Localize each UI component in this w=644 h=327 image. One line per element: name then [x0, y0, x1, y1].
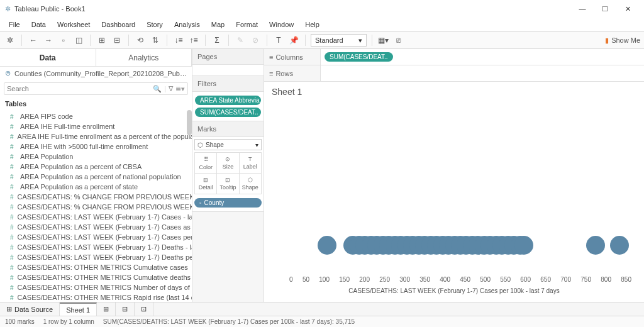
measure-icon: # — [10, 204, 14, 211]
clear-icon[interactable]: ⟲ — [134, 34, 147, 47]
filter-pill-sum[interactable]: SUM(CASES/DEAT.. — [195, 108, 261, 117]
measure-icon: # — [10, 133, 14, 140]
field-item[interactable]: #CASES/DEATHS: % CHANGE FROM PREVIOUS WE… — [0, 192, 192, 202]
marks-detail[interactable]: ⊟Detail — [195, 174, 216, 194]
field-item[interactable]: #CASES/DEATHS: LAST WEEK (February 1-7) … — [0, 212, 192, 222]
rows-icon: ≡ — [269, 70, 273, 77]
measure-icon: # — [10, 234, 14, 241]
measure-icon: # — [10, 194, 14, 201]
close-button[interactable]: ✕ — [616, 0, 639, 18]
save-icon[interactable]: ▫ — [57, 34, 70, 47]
field-item[interactable]: #CASES/DEATHS: % CHANGE FROM PREVIOUS WE… — [0, 202, 192, 212]
field-item[interactable]: #AREA Population as a percent of CBSA — [0, 162, 192, 172]
marks-pill-county[interactable]: ◦County — [194, 198, 262, 208]
menu-analysis[interactable]: Analysis — [169, 19, 205, 30]
columns-shelf[interactable]: SUM(CASES/DEAT.. — [321, 51, 644, 63]
field-item[interactable]: #CASES/DEATHS: OTHER METRICS Number of d… — [0, 282, 192, 292]
tab-data[interactable]: Data — [0, 49, 96, 66]
marks-color[interactable]: ⠿Color — [195, 153, 216, 173]
connect-icon[interactable]: ◫ — [72, 34, 85, 47]
filter-pill-state[interactable]: AREA State Abbrevia.. — [195, 96, 261, 105]
pages-shelf[interactable] — [192, 65, 264, 76]
measure-icon: # — [10, 284, 14, 291]
search-field[interactable]: 🔍 | ∇ ≣▾ — [4, 82, 188, 95]
menu-map[interactable]: Map — [206, 19, 230, 30]
forward-icon[interactable]: → — [42, 34, 55, 47]
share-icon[interactable]: ⎚ — [392, 34, 405, 47]
tab-data-source[interactable]: ⊞Data Source — [0, 302, 60, 316]
label-icon[interactable]: T — [272, 34, 285, 47]
data-mark[interactable] — [514, 236, 533, 255]
viz-canvas[interactable]: 0501001502002503003504004505005506006507… — [264, 102, 644, 302]
marks-label[interactable]: TLabel — [240, 153, 261, 173]
menu-data[interactable]: Data — [26, 19, 51, 30]
totals-icon[interactable]: Σ — [211, 34, 223, 47]
presentation-icon[interactable]: ▦▾ — [377, 34, 390, 47]
field-item[interactable]: #CASES/DEATHS: LAST WEEK (February 1-7) … — [0, 222, 192, 232]
field-item[interactable]: #AREA IHE Full-time enrollment as a perc… — [0, 131, 192, 141]
tableau-logo-icon[interactable]: ✲ — [4, 34, 16, 47]
sort-desc-icon[interactable]: ↑≡ — [187, 34, 200, 47]
data-mark[interactable] — [610, 236, 629, 255]
field-item[interactable]: #CASES/DEATHS: LAST WEEK (February 1-7) … — [0, 252, 192, 262]
datasource-row[interactable]: ⊜ Counties (Community_Profile_Report_202… — [0, 67, 192, 80]
tab-analytics[interactable]: Analytics — [96, 49, 192, 66]
new-dashboard-icon[interactable]: ⊟ — [116, 302, 135, 316]
highlight-icon[interactable]: ✎ — [234, 34, 247, 47]
status-sum: SUM(CASES/DEATHS: LAST WEEK (February 1-… — [103, 318, 355, 325]
back-icon[interactable]: ← — [27, 34, 40, 47]
menu-dashboard[interactable]: Dashboard — [96, 19, 140, 30]
data-mark[interactable] — [318, 236, 336, 255]
menu-window[interactable]: Window — [264, 19, 299, 30]
marks-size[interactable]: ⊙Size — [217, 153, 238, 173]
sort-asc-icon[interactable]: ↓≡ — [172, 34, 185, 47]
marks-shape[interactable]: ⬡Shape — [240, 174, 261, 194]
menu-file[interactable]: File — [4, 19, 25, 30]
fit-select[interactable]: Standard▾ — [311, 34, 367, 47]
rows-label: ≡Rows — [264, 65, 321, 81]
data-mark[interactable] — [586, 236, 605, 255]
menu-story[interactable]: Story — [142, 19, 168, 30]
field-item[interactable]: #AREA Population as a percent of nationa… — [0, 172, 192, 182]
filters-shelf[interactable]: AREA State Abbrevia.. SUM(CASES/DEAT.. — [192, 92, 264, 121]
field-item[interactable]: #AREA Population — [0, 152, 192, 162]
group-icon[interactable]: ⊘ — [249, 34, 262, 47]
menu-help[interactable]: Help — [300, 19, 325, 30]
field-item[interactable]: #AREA FIPS code — [0, 111, 192, 121]
columns-pill[interactable]: SUM(CASES/DEAT.. — [325, 52, 393, 62]
measure-icon: # — [10, 174, 16, 180]
menu-worksheet[interactable]: Worksheet — [52, 19, 95, 30]
filter-icon[interactable]: ∇ — [169, 85, 173, 93]
tab-sheet1[interactable]: Sheet 1 — [60, 302, 97, 316]
swap-icon[interactable]: ⇅ — [149, 34, 162, 47]
field-item[interactable]: #CASES/DEATHS: OTHER METRICS Cumulative … — [0, 272, 192, 282]
field-list: #AREA FIPS code#AREA IHE Full-time enrol… — [0, 110, 192, 302]
field-item[interactable]: #AREA Population as a percent of state — [0, 182, 192, 192]
search-input[interactable] — [7, 85, 153, 92]
marks-tooltip[interactable]: ⊡Tooltip — [217, 174, 238, 194]
field-item[interactable]: #CASES/DEATHS: OTHER METRICS Cumulative … — [0, 262, 192, 272]
show-me-button[interactable]: ▮Show Me — [605, 36, 640, 45]
view-icon[interactable]: ≣▾ — [175, 85, 185, 93]
status-marks: 100 marks — [5, 318, 35, 325]
field-item[interactable]: #AREA IHE Full-time enrollment — [0, 121, 192, 131]
scrollbar-thumb[interactable] — [187, 110, 192, 135]
new-story-icon[interactable]: ⊡ — [135, 302, 153, 316]
field-item[interactable]: #CASES/DEATHS: LAST WEEK (February 1-7) … — [0, 232, 192, 242]
status-rows: 1 row by 1 column — [43, 318, 94, 325]
menu-format[interactable]: Format — [231, 19, 263, 30]
sheet-title[interactable]: Sheet 1 — [264, 82, 644, 102]
field-item[interactable]: #CASES/DEATHS: OTHER METRICS Rapid rise … — [0, 292, 192, 302]
maximize-button[interactable]: ☐ — [594, 0, 616, 18]
marks-type-select[interactable]: ⬡Shape ▾ — [194, 139, 262, 150]
new-worksheet-icon[interactable]: ⊞ — [97, 302, 116, 316]
new-sheet-icon[interactable]: ⊞ — [96, 34, 108, 47]
field-item[interactable]: #CASES/DEATHS: LAST WEEK (February 1-7) … — [0, 242, 192, 252]
minimize-button[interactable]: — — [571, 0, 594, 18]
pin-icon[interactable]: 📌 — [287, 34, 300, 47]
measure-icon: # — [10, 164, 16, 170]
field-item[interactable]: #AREA IHE with >5000 full-time enrollmen… — [0, 141, 192, 152]
cards-pane: Pages Filters AREA State Abbrevia.. SUM(… — [192, 49, 264, 302]
columns-label: ≡Columns — [264, 49, 321, 65]
duplicate-icon[interactable]: ⊟ — [111, 34, 123, 47]
